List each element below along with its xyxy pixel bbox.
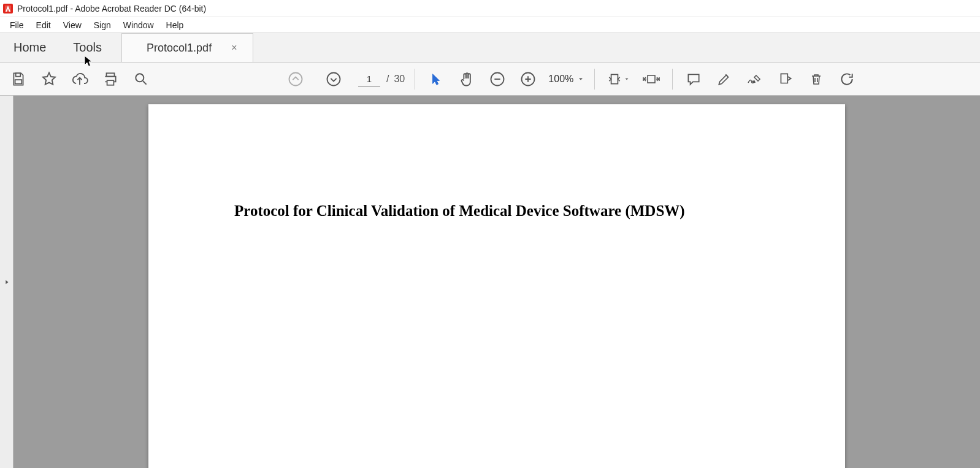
menu-window[interactable]: Window [117, 19, 160, 31]
toolbar-separator [594, 69, 595, 90]
menu-view[interactable]: View [57, 19, 88, 31]
save-icon [10, 71, 26, 87]
signature-icon [746, 71, 764, 87]
highlight-button[interactable] [710, 64, 739, 94]
tab-document-label: Protocol1.pdf [147, 42, 212, 55]
svg-rect-11 [611, 74, 618, 83]
document-heading: Protocol for Clinical Validation of Medi… [234, 202, 765, 220]
chevron-down-icon [577, 75, 584, 83]
search-icon [133, 71, 149, 87]
zoom-in-button[interactable] [513, 64, 543, 94]
delete-button[interactable] [802, 64, 831, 94]
minus-circle-icon [489, 71, 506, 88]
zoom-dropdown[interactable]: 100% [544, 74, 588, 85]
pdf-page: Protocol for Clinical Validation of Medi… [148, 104, 845, 468]
plus-circle-icon [519, 71, 537, 88]
cursor-icon [429, 71, 443, 87]
stamp-button[interactable] [771, 64, 800, 94]
page-up-button[interactable] [281, 64, 310, 94]
tab-document[interactable]: Protocol1.pdf × [121, 33, 253, 62]
hand-icon [458, 71, 475, 88]
svg-point-7 [289, 72, 302, 85]
document-area[interactable]: Protocol for Clinical Validation of Medi… [13, 96, 980, 468]
select-tool-button[interactable] [421, 64, 451, 94]
cloud-upload-icon [71, 71, 88, 88]
app-icon [2, 3, 13, 14]
chevron-down-icon [624, 76, 630, 82]
menu-sign[interactable]: Sign [88, 19, 117, 31]
fit-page-dropdown[interactable] [601, 64, 635, 94]
save-button[interactable] [4, 64, 33, 94]
svg-rect-5 [107, 80, 114, 85]
sign-button[interactable] [740, 64, 770, 94]
toolbar-separator [415, 69, 415, 90]
hand-tool-button[interactable] [452, 64, 481, 94]
print-icon [102, 71, 118, 87]
page-total: 30 [394, 74, 405, 85]
svg-rect-12 [648, 75, 655, 83]
tab-home[interactable]: Home [0, 33, 59, 62]
star-icon [40, 71, 58, 88]
menu-file[interactable]: File [4, 19, 30, 31]
document-viewport: Protocol for Clinical Validation of Medi… [0, 96, 980, 468]
menubar: File Edit View Sign Window Help [0, 17, 980, 33]
fit-width-icon [642, 71, 660, 87]
svg-point-6 [136, 74, 144, 82]
zoom-value: 100% [548, 74, 573, 85]
page-separator: / [386, 74, 389, 85]
comment-button[interactable] [679, 64, 708, 94]
trash-icon [809, 71, 824, 87]
arrow-down-circle-icon [325, 71, 342, 88]
svg-point-8 [327, 72, 340, 85]
star-button[interactable] [34, 64, 64, 94]
menu-help[interactable]: Help [160, 19, 190, 31]
highlight-icon [716, 71, 732, 87]
print-button[interactable] [96, 64, 125, 94]
nav-pane-toggle[interactable] [0, 96, 13, 468]
page-number-input[interactable] [358, 71, 380, 87]
fit-width-button[interactable] [637, 64, 666, 94]
fit-page-icon [607, 71, 622, 87]
svg-rect-3 [15, 80, 22, 84]
window-title: Protocol1.pdf - Adobe Acrobat Reader DC … [17, 4, 206, 13]
arrow-up-circle-icon [287, 71, 304, 88]
page-down-button[interactable] [319, 64, 348, 94]
tab-tools[interactable]: Tools [59, 33, 115, 62]
zoom-out-button[interactable] [483, 64, 512, 94]
rotate-icon [839, 71, 855, 87]
rotate-button[interactable] [832, 64, 862, 94]
stamp-icon [778, 71, 794, 87]
toolbar-separator [672, 69, 673, 90]
comment-icon [686, 71, 702, 87]
toolbar: / 30 100% [0, 63, 980, 96]
svg-rect-2 [16, 73, 21, 76]
titlebar: Protocol1.pdf - Adobe Acrobat Reader DC … [0, 0, 980, 17]
search-button[interactable] [126, 64, 156, 94]
upload-cloud-button[interactable] [65, 64, 94, 94]
menu-edit[interactable]: Edit [30, 19, 57, 31]
chevron-right-icon [4, 278, 10, 286]
tab-close-button[interactable]: × [228, 41, 240, 55]
tabstrip: Home Tools Protocol1.pdf × [0, 33, 980, 63]
